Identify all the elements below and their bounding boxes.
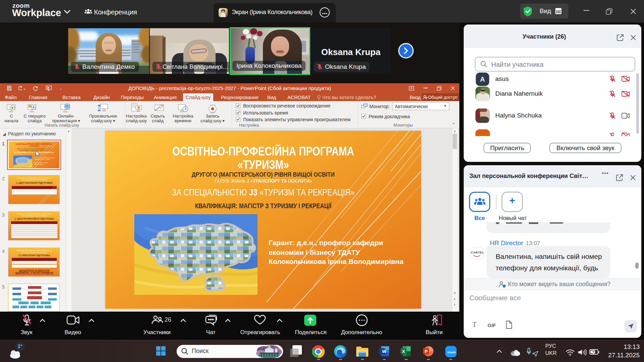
svg-text:zoom: zoom [447, 350, 456, 354]
svg-text:W: W [382, 349, 386, 354]
svg-text:P: P [425, 349, 428, 354]
svg-text:X: X [402, 349, 405, 354]
